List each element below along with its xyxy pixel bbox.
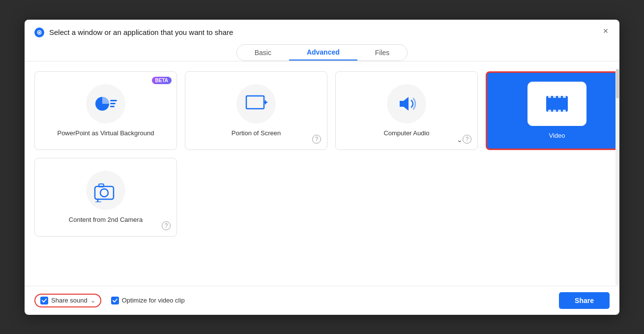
app-icon — [34, 28, 44, 37]
footer-bar: Share sound ⌄ Optimize for video clip Sh… — [25, 286, 619, 315]
scrollbar-track — [615, 69, 619, 285]
svg-rect-14 — [553, 110, 556, 113]
svg-point-19 — [100, 189, 108, 197]
dialog-title: Select a window or an application that y… — [49, 28, 233, 36]
ppt-label: PowerPoint as Virtual Background — [57, 129, 154, 137]
content-area: BETA PowerPoint as Virtual Background — [25, 61, 619, 286]
svg-rect-11 — [558, 95, 561, 98]
tabs-container: Basic Advanced Files — [25, 37, 619, 61]
svg-rect-15 — [558, 110, 561, 113]
dialog: Select a window or an application that y… — [25, 20, 619, 315]
portion-label: Portion of Screen — [232, 129, 281, 137]
share-sound-label: Share sound — [51, 297, 88, 304]
beta-badge: BETA — [152, 77, 172, 84]
audio-label: Computer Audio — [383, 129, 429, 137]
video-icon-wrap — [527, 82, 586, 126]
video-label: Video — [549, 132, 565, 139]
svg-rect-20 — [99, 184, 104, 187]
cards-row-2: Content from 2nd Camera ? — [34, 158, 610, 237]
svg-point-0 — [38, 31, 40, 33]
card-portion[interactable]: Portion of Screen ? — [185, 71, 327, 150]
dialog-header: Select a window or an application that y… — [25, 20, 619, 37]
svg-rect-16 — [563, 110, 566, 113]
scrollbar-thumb[interactable] — [616, 69, 619, 98]
svg-rect-10 — [553, 95, 556, 98]
audio-dropdown-arrow[interactable]: ⌄ — [457, 136, 463, 144]
tab-advanced[interactable]: Advanced — [289, 45, 357, 61]
card-video[interactable]: Video — [486, 71, 619, 150]
camera-label: Content from 2nd Camera — [69, 216, 143, 223]
tab-files[interactable]: Files — [357, 45, 408, 61]
close-button[interactable]: × — [600, 26, 612, 37]
svg-rect-5 — [246, 96, 264, 109]
camera-icon-wrap — [86, 171, 125, 210]
optimize-group: Optimize for video clip — [111, 297, 185, 304]
card-ppt[interactable]: BETA PowerPoint as Virtual Background — [34, 71, 177, 150]
svg-rect-9 — [548, 95, 551, 98]
ppt-icon-wrap — [86, 84, 125, 123]
optimize-checkbox[interactable] — [111, 297, 119, 304]
camera-help-button[interactable]: ? — [162, 221, 171, 230]
audio-icon-wrap — [387, 84, 426, 123]
portion-help-button[interactable]: ? — [312, 135, 321, 144]
card-camera[interactable]: Content from 2nd Camera ? — [34, 158, 177, 237]
audio-help-button[interactable]: ? — [463, 135, 471, 144]
share-button[interactable]: Share — [559, 292, 610, 309]
svg-rect-4 — [110, 106, 115, 107]
svg-rect-13 — [548, 110, 551, 113]
cards-row-1: BETA PowerPoint as Virtual Background — [34, 71, 610, 150]
svg-rect-2 — [110, 100, 117, 101]
share-sound-checkbox[interactable] — [40, 297, 48, 304]
svg-rect-3 — [110, 103, 116, 104]
optimize-label: Optimize for video clip — [122, 297, 185, 304]
card-audio[interactable]: Computer Audio ⌄ ? — [335, 71, 478, 150]
share-sound-group: Share sound ⌄ — [34, 294, 101, 307]
tab-group: Basic Advanced Files — [236, 44, 408, 61]
svg-rect-12 — [563, 95, 566, 98]
share-sound-dropdown[interactable]: ⌄ — [90, 297, 95, 304]
portion-icon-wrap — [236, 84, 276, 123]
tab-basic[interactable]: Basic — [237, 45, 289, 61]
